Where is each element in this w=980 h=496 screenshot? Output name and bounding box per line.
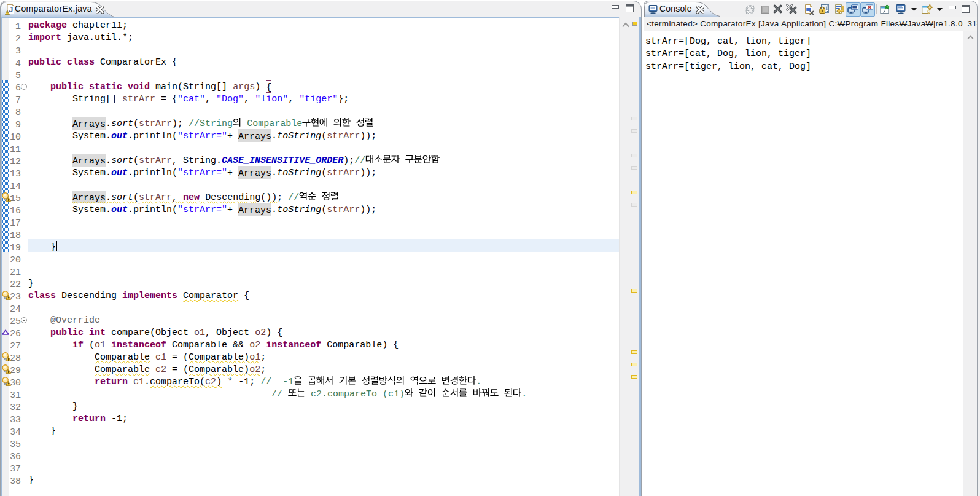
svg-text:J: J (9, 6, 14, 14)
